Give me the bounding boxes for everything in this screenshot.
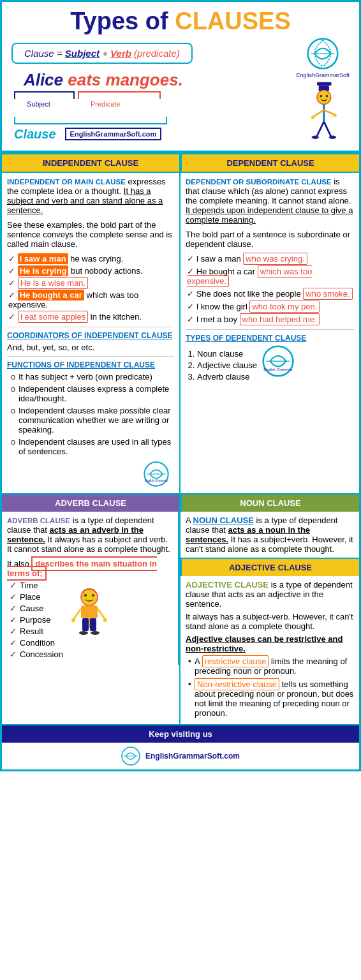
independent-intro: See these examples, the bold part of the… xyxy=(7,220,174,249)
right-bottom-col: NOUN CLAUSE A NOUN CLAUSE is a type of d… xyxy=(180,494,359,724)
svg-line-29 xyxy=(73,609,81,620)
adverb-header: ADVERB CLAUSE xyxy=(2,494,179,512)
list-item: Noun clause xyxy=(197,349,257,359)
main-grid: INDEPENDENT CLAUSE INDEPENDENT OR MAIN C… xyxy=(2,152,359,493)
dependent-def: DEPENDENT OR SUBORDINATE CLAUSE is that … xyxy=(186,177,354,225)
list-item: I know the girl who took my pen. xyxy=(186,302,354,311)
list-item: I saw a man he was crying. xyxy=(7,254,174,264)
svg-point-15 xyxy=(329,135,336,138)
coordinators-text: And, but, yet, so, or etc. xyxy=(7,343,174,352)
header-right: EnglishGrammarSoft xyxy=(296,38,350,145)
svg-point-12 xyxy=(311,115,314,119)
svg-point-5 xyxy=(320,95,323,98)
svg-rect-26 xyxy=(81,605,98,618)
english-grammar-logo: English Grammar xyxy=(144,461,169,487)
list-item: He is crying but nobody actions. xyxy=(7,266,174,276)
svg-line-11 xyxy=(324,121,331,136)
formula-predicate: (predicate) xyxy=(134,48,180,59)
dependent-header: DEPENDENT CLAUSE xyxy=(180,154,359,173)
coordinators-section: COORDINATORS OF INDEPENDENT CLAUSE And, … xyxy=(7,327,174,352)
footer-website: EnglishGrammarSoft.com xyxy=(145,752,240,761)
list-item: Place xyxy=(10,592,63,602)
noun-def: A NOUN CLAUSE is a type of dependent cla… xyxy=(186,516,354,554)
list-item: I saw a man who was crying. xyxy=(186,254,354,264)
dependent-intro: The bold part of a sentence is subordina… xyxy=(186,230,354,249)
svg-point-33 xyxy=(79,631,88,635)
svg-point-14 xyxy=(312,135,319,138)
footer-bar: Keep visiting us xyxy=(2,724,359,743)
svg-rect-2 xyxy=(317,82,332,85)
list-item: He bought a car which was too expensive. xyxy=(186,267,354,286)
list-item: Independent clauses express a complete i… xyxy=(10,384,174,403)
adjective-def: ADJECTIVE CLAUSE is a type of dependent … xyxy=(186,580,354,609)
list-item: She does not like the people who smoke. xyxy=(186,289,354,299)
svg-line-9 xyxy=(324,110,335,114)
independent-col: INDEPENDENT CLAUSE INDEPENDENT OR MAIN C… xyxy=(2,154,180,493)
list-item: He bought a car which was too expensive. xyxy=(7,290,174,309)
list-item: It has subject + verb (own predicate) xyxy=(10,372,174,382)
formula-verb: Verb xyxy=(110,48,131,59)
list-item: I met a boy who had helped me. xyxy=(186,315,354,324)
adverb-def: ADVERB CLAUSE is a type of dependent cla… xyxy=(7,516,173,554)
logo-icon xyxy=(307,38,339,70)
list-item: Time xyxy=(10,581,63,590)
svg-point-24 xyxy=(92,594,94,597)
types-list: Noun clause Adjective clause Adverb clau… xyxy=(186,349,257,383)
title-part2: CLAUSES xyxy=(175,8,291,34)
list-item: Independent clauses are used in all type… xyxy=(10,437,174,456)
predicate-label: Predicate xyxy=(91,100,120,108)
adverb-body: ADVERB CLAUSE is a type of dependent cla… xyxy=(2,512,179,665)
svg-rect-27 xyxy=(82,618,89,631)
dependent-body: DEPENDENT OR SUBORDINATE CLAUSE is that … xyxy=(180,173,359,391)
header-section: Types of CLAUSES Clause = Subject + Verb… xyxy=(2,2,359,152)
svg-line-8 xyxy=(313,110,324,117)
list-item: Result xyxy=(10,627,63,636)
adverb-bottom: Time Place Cause Purpose Result Conditio… xyxy=(7,578,173,661)
svg-point-23 xyxy=(84,594,87,597)
formula-clause: Clause xyxy=(24,48,54,59)
types-logo: English Grammar xyxy=(262,345,294,377)
stick-figure2-icon xyxy=(66,584,114,661)
predicate-bracket xyxy=(78,91,161,99)
logo-section: English Grammar xyxy=(7,459,174,489)
coordinators-heading: COORDINATORS OF INDEPENDENT CLAUSE xyxy=(7,331,174,340)
formula-box: Clause = Subject + Verb (predicate) xyxy=(11,43,193,64)
adverb-text3: It also describes the main situation in … xyxy=(7,559,173,578)
logo-text: EnglishGrammarSoft xyxy=(296,72,350,78)
list-item: Adverb clause xyxy=(197,372,257,382)
types-list-container: Noun clause Adjective clause Adverb clau… xyxy=(186,345,354,387)
svg-point-4 xyxy=(317,90,331,104)
svg-point-31 xyxy=(71,618,75,622)
page-wrapper: Types of CLAUSES Clause = Subject + Verb… xyxy=(0,0,361,771)
list-item: Concession xyxy=(10,650,63,659)
functions-list: It has subject + verb (own predicate) In… xyxy=(7,372,174,456)
svg-point-32 xyxy=(103,618,107,622)
svg-point-13 xyxy=(334,114,337,117)
adjective-header: ADJECTIVE CLAUSE xyxy=(180,559,359,576)
adverb-section: ADVERB CLAUSE ADVERB CLAUSE is a type of… xyxy=(2,494,180,724)
svg-line-30 xyxy=(98,609,105,620)
list-item: • Non-restrictive clause tells us someth… xyxy=(188,679,354,718)
list-item: Independent clauses make possible clear … xyxy=(10,406,174,434)
list-item: • A restrictive clause limits the meanin… xyxy=(188,657,354,676)
svg-point-6 xyxy=(326,95,328,98)
clause-bracket xyxy=(14,117,167,124)
independent-def-heading: INDEPENDENT OR MAIN CLAUSE expresses the… xyxy=(7,177,174,215)
bottom-grid: ADVERB CLAUSE ADVERB CLAUSE is a type of… xyxy=(2,493,359,724)
adverb-items: Time Place Cause Purpose Result Conditio… xyxy=(7,581,63,661)
independent-body: INDEPENDENT OR MAIN CLAUSE expresses the… xyxy=(2,173,179,493)
types-heading: TYPES OF DEPENDENT CLAUSE xyxy=(186,334,354,343)
list-item: He is a wise man. xyxy=(7,278,174,288)
list-item: Condition xyxy=(10,638,63,648)
title-part1: Types of xyxy=(70,8,175,34)
list-item: Purpose xyxy=(10,615,63,625)
adjective-text2: It always has a subject-verb. However, i… xyxy=(186,612,354,631)
independent-examples: I saw a man he was crying. He is crying … xyxy=(7,254,174,322)
list-item: Adjective clause xyxy=(197,360,257,370)
clause-label: Clause xyxy=(14,127,56,142)
svg-point-34 xyxy=(91,631,99,635)
stick-figure-icon xyxy=(300,81,345,145)
restrictive-list: • A restrictive clause limits the meanin… xyxy=(186,657,354,718)
subject-bracket xyxy=(14,91,75,99)
independent-header: INDEPENDENT CLAUSE xyxy=(2,154,179,173)
